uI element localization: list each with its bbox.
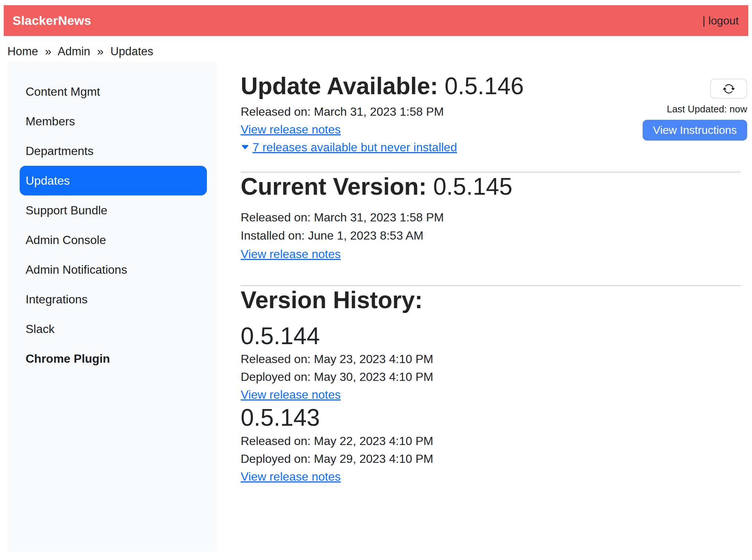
sidebar-item-admin-console[interactable]: Admin Console <box>20 225 207 255</box>
current-version-title: Current Version: 0.5.145 <box>241 172 747 201</box>
history-version-number: 0.5.144 <box>241 322 747 350</box>
update-release-notes-link[interactable]: View release notes <box>241 121 341 138</box>
refresh-panel: Last Updated: now View Instructions <box>640 79 747 141</box>
logout-link[interactable]: | logout <box>702 14 739 27</box>
current-installed-on: Installed on: June 1, 2023 8:53 AM <box>241 227 747 245</box>
update-available-label: Update Available: <box>241 73 438 99</box>
version-history-title: Version History: <box>241 286 747 314</box>
breadcrumb-separator: » <box>97 45 103 58</box>
caret-down-icon <box>241 143 250 152</box>
version-history-entry: 0.5.144 Released on: May 23, 2023 4:10 P… <box>241 322 747 404</box>
pending-releases-link[interactable]: 7 releases available but never installed <box>253 138 457 156</box>
current-version-section: Current Version: 0.5.145 Released on: Ma… <box>241 172 747 263</box>
page-layout: Content Mgmt Members Departments Updates… <box>0 62 752 551</box>
sidebar-item-support-bundle[interactable]: Support Bundle <box>20 195 207 225</box>
current-release-notes-link[interactable]: View release notes <box>241 245 341 263</box>
breadcrumb-separator: » <box>45 45 51 58</box>
history-deployed-on: Deployed on: May 30, 2023 4:10 PM <box>241 368 747 386</box>
breadcrumb: Home » Admin » Updates <box>7 45 752 58</box>
update-available-version: 0.5.146 <box>445 73 524 99</box>
current-version-label: Current Version: <box>241 173 426 200</box>
last-updated-text: Last Updated: now <box>667 103 747 115</box>
version-history-section: Version History: 0.5.144 Released on: Ma… <box>241 286 747 485</box>
updates-main-content: Update Available: 0.5.146 Released on: M… <box>241 62 747 485</box>
update-available-title: Update Available: 0.5.146 <box>241 72 524 101</box>
sidebar-item-admin-notifications[interactable]: Admin Notifications <box>20 255 207 284</box>
admin-sidebar: Content Mgmt Members Departments Updates… <box>7 62 217 551</box>
history-version-number: 0.5.143 <box>241 403 747 432</box>
sidebar-nav: Content Mgmt Members Departments Updates… <box>7 77 207 373</box>
history-release-notes-link[interactable]: View release notes <box>241 386 341 403</box>
update-available-info: Update Available: 0.5.146 Released on: M… <box>241 72 524 156</box>
sidebar-item-integrations[interactable]: Integrations <box>20 284 207 314</box>
current-released-on: Released on: March 31, 2023 1:58 PM <box>241 208 747 227</box>
refresh-button[interactable] <box>710 79 747 99</box>
history-release-notes-link[interactable]: View release notes <box>241 468 341 485</box>
history-deployed-on: Deployed on: May 29, 2023 4:10 PM <box>241 450 747 468</box>
current-version-details: Released on: March 31, 2023 1:58 PM Inst… <box>241 208 747 263</box>
app-title: SlackerNews <box>13 13 91 28</box>
sidebar-item-content-mgmt[interactable]: Content Mgmt <box>20 77 207 106</box>
refresh-icon <box>723 83 735 95</box>
version-history-entry: 0.5.143 Released on: May 22, 2023 4:10 P… <box>241 403 747 485</box>
sidebar-item-chrome-plugin[interactable]: Chrome Plugin <box>20 344 207 373</box>
sidebar-item-departments[interactable]: Departments <box>20 136 207 166</box>
current-version-number: 0.5.145 <box>433 173 512 200</box>
sidebar-item-slack[interactable]: Slack <box>20 314 207 344</box>
history-released-on: Released on: May 22, 2023 4:10 PM <box>241 432 747 450</box>
sidebar-item-members[interactable]: Members <box>20 106 207 136</box>
breadcrumb-admin[interactable]: Admin <box>57 45 90 58</box>
view-instructions-button[interactable]: View Instructions <box>643 120 747 141</box>
history-released-on: Released on: May 23, 2023 4:10 PM <box>241 350 747 368</box>
breadcrumb-updates: Updates <box>111 45 153 58</box>
pending-releases-toggle[interactable]: 7 releases available but never installed <box>241 138 524 156</box>
update-available-section: Update Available: 0.5.146 Released on: M… <box>241 72 747 156</box>
update-released-on: Released on: March 31, 2023 1:58 PM <box>241 103 524 121</box>
sidebar-item-updates[interactable]: Updates <box>20 166 207 195</box>
breadcrumb-home[interactable]: Home <box>7 45 38 58</box>
top-header-bar: SlackerNews | logout <box>4 5 748 36</box>
